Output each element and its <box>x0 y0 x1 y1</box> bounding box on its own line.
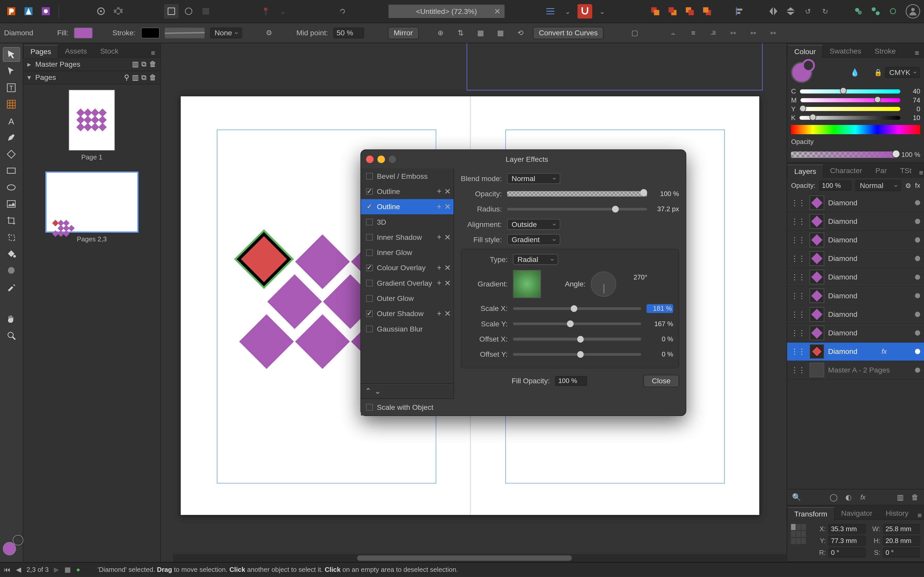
visibility-dot-icon[interactable] <box>915 256 921 261</box>
fx-3d[interactable]: 3D <box>361 214 454 229</box>
align-middle-icon[interactable]: ≡ <box>686 26 701 40</box>
layer-row[interactable]: ⋮⋮Diamond <box>787 212 924 231</box>
fill-swatch[interactable] <box>74 27 92 38</box>
stroke-style-dropdown[interactable]: None <box>210 27 242 39</box>
view-mode-1-icon[interactable] <box>164 4 179 19</box>
arrange-forward-icon[interactable] <box>682 4 697 19</box>
preflight-icon[interactable]: ▦ <box>65 566 71 574</box>
artistic-text-tool[interactable]: A <box>3 114 20 128</box>
transform-s[interactable] <box>883 548 920 558</box>
transform-mode-icon[interactable]: ⇅ <box>453 26 468 40</box>
scaley-slider[interactable] <box>513 322 641 325</box>
fx-outer-shadow[interactable]: Outer Shadow+✕ <box>361 306 454 321</box>
tab-swatches[interactable]: Swatches <box>823 45 868 57</box>
del-master-icon[interactable]: 🗑 <box>149 60 157 69</box>
frame-text-tool[interactable]: T <box>3 81 20 95</box>
move-up-icon[interactable]: ⌃ <box>365 387 372 396</box>
colour-picker-tool[interactable] <box>3 280 20 295</box>
arrange-backward-icon[interactable] <box>665 4 680 19</box>
lock-icon[interactable] <box>885 4 900 19</box>
fx-icon[interactable]: fx <box>915 182 920 189</box>
tab-transform[interactable]: Transform <box>787 507 835 520</box>
tab-textstyles[interactable]: TSt <box>893 164 918 177</box>
ungroup-icon[interactable] <box>868 4 883 19</box>
dup-fx-icon[interactable]: + <box>437 263 441 272</box>
opacity-slider[interactable] <box>791 152 897 158</box>
offsety-slider[interactable] <box>513 353 641 356</box>
transform-h[interactable] <box>883 536 920 546</box>
node-tool[interactable] <box>3 64 20 79</box>
dup-master-icon[interactable]: ⧉ <box>141 60 147 69</box>
wrap-settings-icon[interactable]: ▢ <box>627 26 642 40</box>
gradient-type-select[interactable]: Radial <box>513 254 558 265</box>
crop-tool[interactable] <box>3 213 20 228</box>
fx-gradient-overlay[interactable]: Gradient Overlay+✕ <box>361 276 454 291</box>
k-slider[interactable] <box>800 116 900 120</box>
delete-layer-icon[interactable]: 🗑 <box>909 492 920 503</box>
pin-icon[interactable]: 📍 <box>258 4 273 19</box>
transform-y[interactable] <box>828 536 866 546</box>
tab-stroke[interactable]: Stroke <box>868 45 903 57</box>
rectangle-tool[interactable] <box>3 163 20 178</box>
mask-icon[interactable]: ◯ <box>828 492 839 503</box>
space-icon[interactable]: ⇿ <box>766 26 780 40</box>
align-left-icon[interactable] <box>733 4 748 19</box>
remove-fx-icon[interactable]: ✕ <box>444 263 451 272</box>
midpoint-input[interactable]: 50 % <box>333 27 364 39</box>
close-button[interactable]: Close <box>643 375 679 387</box>
vector-crop-tool[interactable] <box>3 230 20 245</box>
prefs-icon[interactable] <box>94 4 108 19</box>
mirror-button[interactable]: Mirror <box>388 27 419 39</box>
align-top-icon[interactable]: ⫠ <box>666 26 681 40</box>
horizontal-scrollbar[interactable] <box>173 554 787 562</box>
fill-tool[interactable] <box>3 247 20 261</box>
move-tool[interactable] <box>3 47 20 62</box>
page-thumb-spread[interactable] <box>45 172 139 233</box>
add-layer-icon[interactable]: ▥ <box>895 492 905 503</box>
preflight-status-icon[interactable]: ● <box>76 566 81 574</box>
rotate-cw-icon[interactable]: ↻ <box>818 4 833 19</box>
gradient-preview[interactable] <box>513 270 541 298</box>
fx-colour-overlay[interactable]: Colour Overlay+✕ <box>361 260 454 276</box>
gear-icon[interactable]: ⚙ <box>262 26 276 40</box>
app-publisher-icon[interactable] <box>4 4 19 19</box>
group-icon[interactable] <box>851 4 866 19</box>
window-close-icon[interactable] <box>366 156 373 163</box>
baseline-icon[interactable] <box>543 4 558 19</box>
colour-well[interactable] <box>791 62 813 83</box>
distribute-h-icon[interactable]: ⇿ <box>726 26 741 40</box>
view-mode-3-icon[interactable] <box>199 4 213 19</box>
flip-h-icon[interactable] <box>766 4 781 19</box>
distribute-v-icon[interactable]: ⇿ <box>746 26 761 40</box>
account-avatar[interactable] <box>906 4 921 19</box>
anchor-point-grid[interactable] <box>791 524 806 544</box>
prev-page-icon[interactable]: ◀ <box>16 566 21 574</box>
layer-row[interactable]: ⋮⋮Diamond <box>787 268 924 287</box>
visibility-dot-icon[interactable] <box>915 349 921 354</box>
tab-history[interactable]: History <box>879 507 915 519</box>
hue-bar[interactable] <box>791 125 920 134</box>
tab-character[interactable]: Character <box>824 164 869 177</box>
chevron-down-icon[interactable]: ⌄ <box>560 4 575 19</box>
visibility-dot-icon[interactable] <box>915 312 921 317</box>
view-tool-hand[interactable] <box>3 311 20 326</box>
layer-row[interactable]: ⋮⋮Diamond <box>787 287 924 305</box>
next-page-icon[interactable]: ▶ <box>54 566 59 574</box>
transform-origin-icon[interactable]: ⊕ <box>433 26 448 40</box>
layer-row[interactable]: ⋮⋮Diamond <box>787 324 924 342</box>
canvas[interactable]: ↖ Layer Effects Bevel / Emboss Outline+✕… <box>161 43 787 562</box>
visibility-dot-icon[interactable] <box>915 293 921 298</box>
panel-menu-icon[interactable]: ≡ <box>909 49 924 57</box>
visibility-dot-icon[interactable] <box>915 330 921 336</box>
fx-gaussian-blur[interactable]: Gaussian Blur <box>361 321 454 337</box>
remove-fx-icon[interactable]: ✕ <box>444 279 451 288</box>
y-slider[interactable] <box>800 107 900 111</box>
offsetx-slider[interactable] <box>513 338 641 340</box>
fx-outline-1[interactable]: Outline+✕ <box>361 184 454 199</box>
visibility-dot-icon[interactable] <box>915 200 921 206</box>
app-photo-icon[interactable] <box>39 4 53 19</box>
eyedropper-icon[interactable]: 💧 <box>850 68 859 77</box>
fx-outline-2[interactable]: Outline+✕ <box>361 199 454 214</box>
app-designer-icon[interactable] <box>21 4 36 19</box>
layer-row[interactable]: ⋮⋮Diamond <box>787 194 924 212</box>
